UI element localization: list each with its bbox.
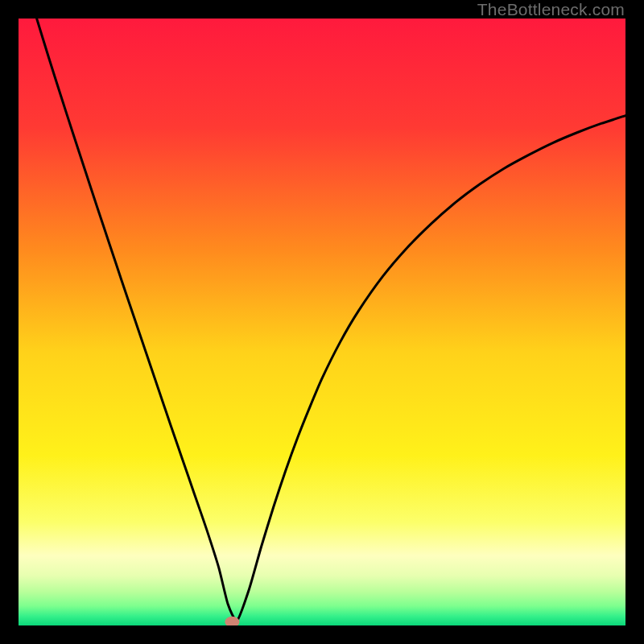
watermark-text: TheBottleneck.com [477, 0, 625, 19]
chart-background [19, 19, 625, 625]
chart-svg [19, 19, 625, 625]
chart-frame [19, 19, 625, 625]
